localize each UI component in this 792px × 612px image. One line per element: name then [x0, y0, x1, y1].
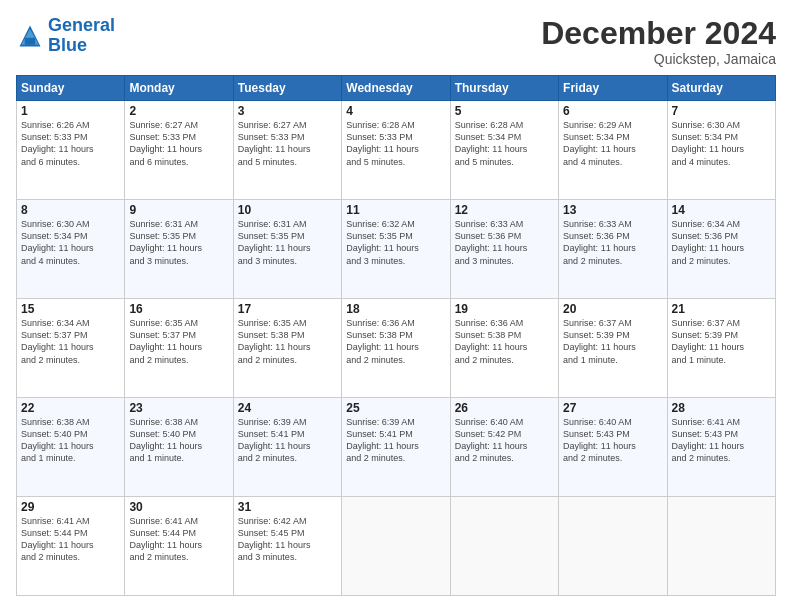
day-info: Sunrise: 6:41 AMSunset: 5:44 PMDaylight:…	[129, 515, 228, 564]
day-info: Sunrise: 6:38 AMSunset: 5:40 PMDaylight:…	[21, 416, 120, 465]
day-info: Sunrise: 6:30 AMSunset: 5:34 PMDaylight:…	[672, 119, 771, 168]
calendar-cell: 19Sunrise: 6:36 AMSunset: 5:38 PMDayligh…	[450, 299, 558, 398]
calendar-header-saturday: Saturday	[667, 76, 775, 101]
calendar-cell: 17Sunrise: 6:35 AMSunset: 5:38 PMDayligh…	[233, 299, 341, 398]
day-info: Sunrise: 6:37 AMSunset: 5:39 PMDaylight:…	[563, 317, 662, 366]
day-info: Sunrise: 6:35 AMSunset: 5:38 PMDaylight:…	[238, 317, 337, 366]
calendar-week-2: 8Sunrise: 6:30 AMSunset: 5:34 PMDaylight…	[17, 200, 776, 299]
day-info: Sunrise: 6:33 AMSunset: 5:36 PMDaylight:…	[563, 218, 662, 267]
day-info: Sunrise: 6:31 AMSunset: 5:35 PMDaylight:…	[238, 218, 337, 267]
logo-icon	[16, 22, 44, 50]
day-number: 10	[238, 203, 337, 217]
day-info: Sunrise: 6:29 AMSunset: 5:34 PMDaylight:…	[563, 119, 662, 168]
day-info: Sunrise: 6:33 AMSunset: 5:36 PMDaylight:…	[455, 218, 554, 267]
calendar-cell	[342, 497, 450, 596]
day-number: 2	[129, 104, 228, 118]
day-info: Sunrise: 6:27 AMSunset: 5:33 PMDaylight:…	[129, 119, 228, 168]
day-number: 22	[21, 401, 120, 415]
day-info: Sunrise: 6:41 AMSunset: 5:43 PMDaylight:…	[672, 416, 771, 465]
calendar-header-tuesday: Tuesday	[233, 76, 341, 101]
calendar-cell	[667, 497, 775, 596]
day-number: 17	[238, 302, 337, 316]
svg-rect-2	[25, 38, 36, 45]
calendar-cell: 26Sunrise: 6:40 AMSunset: 5:42 PMDayligh…	[450, 398, 558, 497]
calendar-cell: 18Sunrise: 6:36 AMSunset: 5:38 PMDayligh…	[342, 299, 450, 398]
calendar-cell: 30Sunrise: 6:41 AMSunset: 5:44 PMDayligh…	[125, 497, 233, 596]
calendar-cell: 29Sunrise: 6:41 AMSunset: 5:44 PMDayligh…	[17, 497, 125, 596]
calendar-header-monday: Monday	[125, 76, 233, 101]
calendar-header-row: SundayMondayTuesdayWednesdayThursdayFrid…	[17, 76, 776, 101]
day-number: 4	[346, 104, 445, 118]
calendar-cell: 25Sunrise: 6:39 AMSunset: 5:41 PMDayligh…	[342, 398, 450, 497]
calendar-cell: 13Sunrise: 6:33 AMSunset: 5:36 PMDayligh…	[559, 200, 667, 299]
day-info: Sunrise: 6:40 AMSunset: 5:42 PMDaylight:…	[455, 416, 554, 465]
day-number: 7	[672, 104, 771, 118]
day-info: Sunrise: 6:39 AMSunset: 5:41 PMDaylight:…	[238, 416, 337, 465]
day-info: Sunrise: 6:41 AMSunset: 5:44 PMDaylight:…	[21, 515, 120, 564]
calendar-week-5: 29Sunrise: 6:41 AMSunset: 5:44 PMDayligh…	[17, 497, 776, 596]
day-number: 13	[563, 203, 662, 217]
day-info: Sunrise: 6:28 AMSunset: 5:33 PMDaylight:…	[346, 119, 445, 168]
day-info: Sunrise: 6:39 AMSunset: 5:41 PMDaylight:…	[346, 416, 445, 465]
calendar-cell: 5Sunrise: 6:28 AMSunset: 5:34 PMDaylight…	[450, 101, 558, 200]
calendar-table: SundayMondayTuesdayWednesdayThursdayFrid…	[16, 75, 776, 596]
calendar-cell: 8Sunrise: 6:30 AMSunset: 5:34 PMDaylight…	[17, 200, 125, 299]
day-number: 28	[672, 401, 771, 415]
day-info: Sunrise: 6:30 AMSunset: 5:34 PMDaylight:…	[21, 218, 120, 267]
day-number: 15	[21, 302, 120, 316]
calendar-cell: 1Sunrise: 6:26 AMSunset: 5:33 PMDaylight…	[17, 101, 125, 200]
calendar-cell: 22Sunrise: 6:38 AMSunset: 5:40 PMDayligh…	[17, 398, 125, 497]
calendar-header-thursday: Thursday	[450, 76, 558, 101]
calendar-cell: 9Sunrise: 6:31 AMSunset: 5:35 PMDaylight…	[125, 200, 233, 299]
calendar-cell: 20Sunrise: 6:37 AMSunset: 5:39 PMDayligh…	[559, 299, 667, 398]
calendar-cell	[559, 497, 667, 596]
day-number: 18	[346, 302, 445, 316]
day-info: Sunrise: 6:26 AMSunset: 5:33 PMDaylight:…	[21, 119, 120, 168]
header: General Blue December 2024 Quickstep, Ja…	[16, 16, 776, 67]
day-info: Sunrise: 6:28 AMSunset: 5:34 PMDaylight:…	[455, 119, 554, 168]
day-number: 31	[238, 500, 337, 514]
day-number: 5	[455, 104, 554, 118]
subtitle: Quickstep, Jamaica	[541, 51, 776, 67]
calendar-cell: 31Sunrise: 6:42 AMSunset: 5:45 PMDayligh…	[233, 497, 341, 596]
calendar-cell: 2Sunrise: 6:27 AMSunset: 5:33 PMDaylight…	[125, 101, 233, 200]
logo-line2: Blue	[48, 35, 87, 55]
day-number: 3	[238, 104, 337, 118]
day-number: 19	[455, 302, 554, 316]
calendar-cell: 15Sunrise: 6:34 AMSunset: 5:37 PMDayligh…	[17, 299, 125, 398]
day-info: Sunrise: 6:35 AMSunset: 5:37 PMDaylight:…	[129, 317, 228, 366]
day-number: 16	[129, 302, 228, 316]
calendar-cell: 11Sunrise: 6:32 AMSunset: 5:35 PMDayligh…	[342, 200, 450, 299]
day-number: 9	[129, 203, 228, 217]
day-number: 1	[21, 104, 120, 118]
day-info: Sunrise: 6:36 AMSunset: 5:38 PMDaylight:…	[455, 317, 554, 366]
day-info: Sunrise: 6:32 AMSunset: 5:35 PMDaylight:…	[346, 218, 445, 267]
calendar-cell: 12Sunrise: 6:33 AMSunset: 5:36 PMDayligh…	[450, 200, 558, 299]
day-number: 11	[346, 203, 445, 217]
logo: General Blue	[16, 16, 115, 56]
day-number: 12	[455, 203, 554, 217]
day-info: Sunrise: 6:37 AMSunset: 5:39 PMDaylight:…	[672, 317, 771, 366]
calendar-cell: 4Sunrise: 6:28 AMSunset: 5:33 PMDaylight…	[342, 101, 450, 200]
day-number: 30	[129, 500, 228, 514]
day-number: 21	[672, 302, 771, 316]
calendar-cell: 27Sunrise: 6:40 AMSunset: 5:43 PMDayligh…	[559, 398, 667, 497]
day-number: 24	[238, 401, 337, 415]
calendar-week-1: 1Sunrise: 6:26 AMSunset: 5:33 PMDaylight…	[17, 101, 776, 200]
day-info: Sunrise: 6:38 AMSunset: 5:40 PMDaylight:…	[129, 416, 228, 465]
calendar-cell: 16Sunrise: 6:35 AMSunset: 5:37 PMDayligh…	[125, 299, 233, 398]
day-info: Sunrise: 6:34 AMSunset: 5:36 PMDaylight:…	[672, 218, 771, 267]
calendar-cell	[450, 497, 558, 596]
calendar-cell: 24Sunrise: 6:39 AMSunset: 5:41 PMDayligh…	[233, 398, 341, 497]
main-title: December 2024	[541, 16, 776, 51]
day-info: Sunrise: 6:34 AMSunset: 5:37 PMDaylight:…	[21, 317, 120, 366]
day-number: 27	[563, 401, 662, 415]
calendar-cell: 7Sunrise: 6:30 AMSunset: 5:34 PMDaylight…	[667, 101, 775, 200]
day-info: Sunrise: 6:31 AMSunset: 5:35 PMDaylight:…	[129, 218, 228, 267]
title-block: December 2024 Quickstep, Jamaica	[541, 16, 776, 67]
day-number: 8	[21, 203, 120, 217]
calendar-cell: 14Sunrise: 6:34 AMSunset: 5:36 PMDayligh…	[667, 200, 775, 299]
day-number: 14	[672, 203, 771, 217]
day-number: 26	[455, 401, 554, 415]
day-number: 20	[563, 302, 662, 316]
